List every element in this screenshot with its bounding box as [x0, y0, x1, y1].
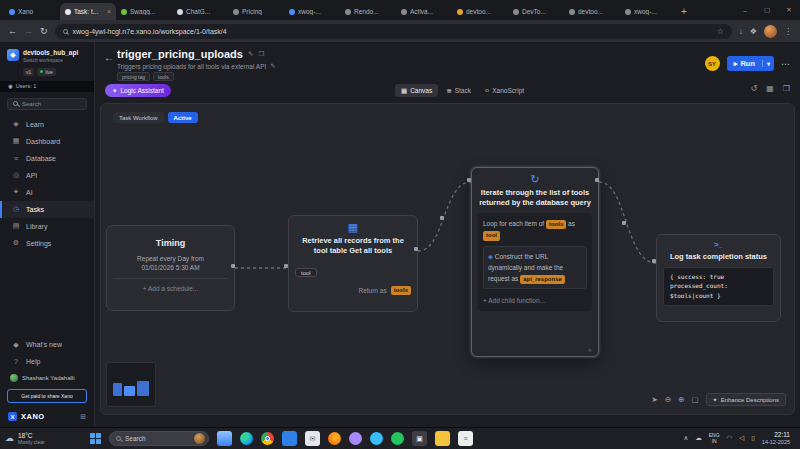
users-bar[interactable]: ◉ Users: 1: [0, 81, 94, 92]
zoom-in-icon[interactable]: ⊕: [678, 395, 684, 404]
vscode-icon[interactable]: [282, 431, 297, 446]
enhance-descriptions-button[interactable]: ✦ Enhance Descriptions: [706, 393, 786, 406]
site-info-icon[interactable]: [63, 29, 68, 34]
add-child-function-button[interactable]: + Add child function...: [483, 295, 587, 306]
browser-tab[interactable]: DevTo...: [508, 3, 564, 20]
browser-tab[interactable]: Pricing: [228, 3, 284, 20]
battery-icon[interactable]: ▯: [751, 434, 755, 442]
env-badge[interactable]: live: [37, 68, 56, 76]
browser-tab[interactable]: ChatG...: [172, 3, 228, 20]
connector-port[interactable]: [231, 264, 235, 268]
refresh-icon[interactable]: ↻: [40, 26, 48, 36]
view-stack-button[interactable]: ≣Stack: [440, 84, 477, 97]
browser-tab[interactable]: xwog-...: [284, 3, 340, 20]
node-query-all-records[interactable]: ▦ Retrieve all records from the tool tab…: [288, 215, 418, 312]
resize-handle-icon[interactable]: ≡: [587, 347, 594, 354]
firefox-icon[interactable]: [328, 432, 341, 445]
node-log-status[interactable]: >_ Log task completion status { success:…: [656, 234, 781, 322]
weather-widget[interactable]: ☁ 18°C Mostly clear: [0, 432, 90, 445]
mail-icon[interactable]: ✉: [305, 431, 320, 446]
workflow-tab[interactable]: Task Workflow: [113, 112, 164, 123]
sidebar-item-learn[interactable]: ◈Learn: [0, 116, 94, 133]
sidebar-user[interactable]: Shashank Yadahalli: [0, 370, 94, 385]
sidebar-item-database[interactable]: ≡Database: [0, 150, 94, 167]
connector-port[interactable]: [284, 264, 288, 268]
edge-icon[interactable]: [240, 432, 253, 445]
sidebar-item-dashboard[interactable]: ▦Dashboard: [0, 133, 94, 150]
photos-icon[interactable]: [349, 432, 362, 445]
variable-badge[interactable]: api_response: [520, 275, 565, 285]
forward-icon[interactable]: →: [24, 26, 33, 36]
folder-icon[interactable]: [435, 431, 450, 446]
zoom-out-icon[interactable]: ⊖: [665, 395, 671, 404]
browser-tab[interactable]: xwog-...: [620, 3, 676, 20]
telegram-icon[interactable]: [370, 432, 383, 445]
browser-tab-active[interactable]: Task: t...×: [60, 3, 116, 20]
variable-badge[interactable]: tool: [483, 231, 500, 241]
onedrive-icon[interactable]: ☁: [695, 434, 702, 442]
connector-port[interactable]: [467, 178, 471, 182]
fullscreen-icon[interactable]: ❒: [783, 84, 790, 93]
run-dropdown-icon[interactable]: ▾: [762, 60, 774, 67]
close-icon[interactable]: ✕: [778, 6, 800, 14]
child-function-api-request[interactable]: ◈ Construct the URL dynamically and make…: [483, 246, 587, 290]
variable-badge[interactable]: tools: [391, 286, 411, 296]
node-timing[interactable]: Timing Repeat every Day from 01/01/2026 …: [106, 225, 235, 311]
browser-tab[interactable]: devtoo...: [452, 3, 508, 20]
minimap[interactable]: [106, 362, 156, 407]
variable-badge[interactable]: tools: [546, 220, 566, 230]
taskbar-clock[interactable]: 22:11 14-12-2025: [762, 431, 790, 445]
connector-port[interactable]: [414, 247, 418, 251]
logic-assistant-button[interactable]: ✦ Logic Assistant: [105, 84, 171, 97]
taskbar-active-app-icon[interactable]: ▣: [412, 431, 427, 446]
browser-menu-icon[interactable]: ⋮: [784, 27, 792, 36]
maximize-icon[interactable]: ▢: [756, 6, 778, 14]
sidebar-item-help[interactable]: ?Help: [0, 353, 94, 370]
status-badge[interactable]: Active: [168, 112, 198, 123]
view-canvas-button[interactable]: ▦Canvas: [395, 84, 438, 97]
wifi-icon[interactable]: ◠: [727, 434, 733, 442]
tag-badge[interactable]: tools: [153, 72, 174, 81]
browser-tab[interactable]: Swagg...: [116, 3, 172, 20]
more-options-icon[interactable]: ⋯: [781, 59, 790, 69]
url-text[interactable]: xwog-4ywl-hcgl.n7e.xano.io/workspace/1-0…: [73, 28, 227, 35]
node-for-each-loop[interactable]: ↻ Iterate through the list of tools retu…: [471, 167, 599, 357]
new-tab-button[interactable]: +: [681, 6, 687, 17]
add-schedule-button[interactable]: + Add a schedule...: [113, 285, 228, 292]
tag-badge[interactable]: pricing tag: [117, 72, 150, 81]
select-tool-icon[interactable]: ➤: [652, 395, 658, 404]
volume-icon[interactable]: ◁: [739, 434, 744, 442]
run-button[interactable]: ▸Run ▾: [727, 56, 774, 71]
file-explorer-icon[interactable]: [217, 431, 232, 446]
history-icon[interactable]: ↺: [751, 84, 758, 93]
collaborator-avatar[interactable]: SY: [705, 56, 720, 71]
bookmark-star-icon[interactable]: ☆: [717, 27, 724, 36]
connector-port[interactable]: [622, 221, 626, 225]
tab-close-icon[interactable]: ×: [107, 8, 111, 15]
browser-tab[interactable]: devtoo...: [564, 3, 620, 20]
connector-port[interactable]: [440, 216, 444, 220]
back-icon[interactable]: ←: [8, 26, 17, 36]
edit-title-icon[interactable]: ✎: [248, 50, 253, 58]
view-xanoscript-button[interactable]: ‹›XanoScript: [479, 84, 530, 97]
chrome-icon[interactable]: [261, 432, 274, 445]
language-switcher[interactable]: ENG IN: [709, 432, 720, 444]
workspace-switcher[interactable]: ◆ devtools_hub_api Switch workspace: [0, 42, 94, 63]
sidebar-item-whats-new[interactable]: ◆What's new: [0, 336, 94, 353]
sidebar-item-settings[interactable]: ⚙Settings: [0, 235, 94, 252]
table-badge[interactable]: tool: [295, 268, 317, 277]
fit-view-icon[interactable]: ▢: [692, 395, 699, 404]
browser-tab[interactable]: Rendo...: [340, 3, 396, 20]
apps-grid-icon[interactable]: ⊞: [80, 413, 86, 421]
url-bar[interactable]: xwog-4ywl-hcgl.n7e.xano.io/workspace/1-0…: [55, 24, 732, 39]
taskbar-search[interactable]: Search: [109, 431, 209, 446]
start-button[interactable]: [90, 433, 101, 444]
notepad-icon[interactable]: ≡: [458, 431, 473, 446]
sidebar-search-input[interactable]: Search: [7, 98, 87, 110]
minimize-icon[interactable]: –: [734, 7, 756, 14]
version-badge[interactable]: v1: [23, 68, 34, 76]
browser-tab[interactable]: Activa...: [396, 3, 452, 20]
connector-port[interactable]: [652, 259, 656, 263]
browser-tab[interactable]: Xano: [4, 3, 60, 20]
extensions-icon[interactable]: ❖: [750, 27, 757, 36]
